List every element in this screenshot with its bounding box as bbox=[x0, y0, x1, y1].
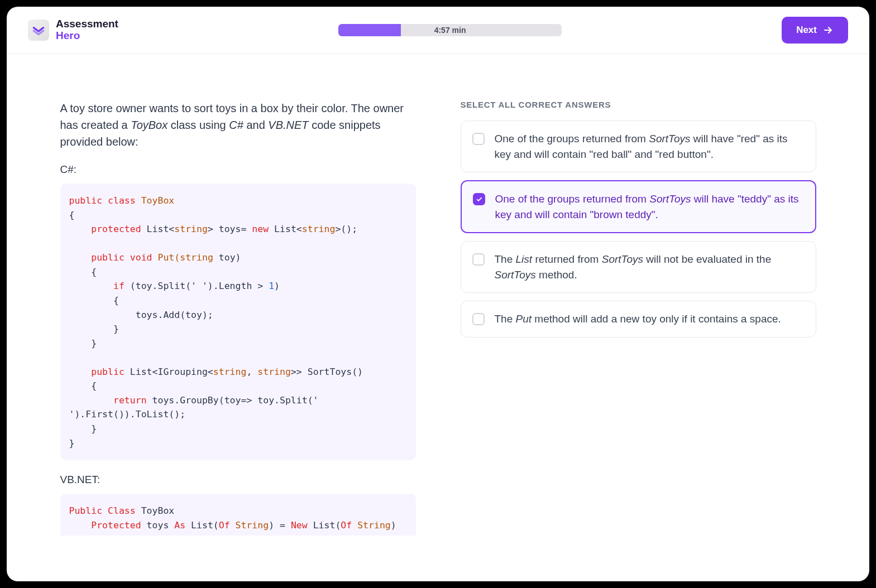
answer-option-0[interactable]: One of the groups returned from SortToys… bbox=[461, 121, 816, 172]
answer-option-1[interactable]: One of the groups returned from SortToys… bbox=[461, 180, 816, 233]
next-button-label: Next bbox=[796, 25, 817, 36]
logo-line2: Hero bbox=[56, 30, 118, 42]
answer-text: The List returned from SortToys will not… bbox=[495, 252, 805, 282]
csharp-label: C#: bbox=[60, 163, 416, 176]
answer-text: One of the groups returned from SortToys… bbox=[495, 191, 804, 222]
question-text: A toy store owner wants to sort toys in … bbox=[60, 100, 416, 150]
content: A toy store owner wants to sort toys in … bbox=[7, 54, 869, 581]
logo: Assessment Hero bbox=[28, 18, 118, 42]
answers-heading: SELECT ALL CORRECT ANSWERS bbox=[461, 100, 816, 109]
question-card: A toy store owner wants to sort toys in … bbox=[33, 76, 843, 559]
answers-panel: SELECT ALL CORRECT ANSWERS One of the gr… bbox=[461, 100, 816, 536]
vbnet-code-block: Public Class ToyBox Protected toys As Li… bbox=[60, 494, 416, 536]
timer-label: 4:57 min bbox=[434, 26, 466, 35]
progress-wrap: 4:57 min bbox=[132, 24, 768, 36]
csharp-code-block: public class ToyBox { protected List<str… bbox=[60, 184, 416, 460]
logo-icon bbox=[28, 20, 49, 41]
header: Assessment Hero 4:57 min Next bbox=[7, 7, 869, 54]
answer-option-3[interactable]: The Put method will add a new toy only i… bbox=[461, 301, 816, 338]
progress-fill bbox=[338, 24, 401, 36]
answer-text: The Put method will add a new toy only i… bbox=[495, 311, 781, 327]
question-panel: A toy store owner wants to sort toys in … bbox=[60, 100, 416, 536]
logo-text: Assessment Hero bbox=[56, 18, 118, 42]
answer-text: One of the groups returned from SortToys… bbox=[495, 131, 805, 162]
progress-bar: 4:57 min bbox=[338, 24, 562, 36]
arrow-right-icon bbox=[822, 25, 834, 36]
next-button[interactable]: Next bbox=[782, 17, 848, 44]
logo-line1: Assessment bbox=[56, 18, 118, 30]
checkbox-icon bbox=[472, 253, 485, 266]
vbnet-label: VB.NET: bbox=[60, 474, 416, 486]
checkbox-icon bbox=[472, 313, 485, 325]
checkbox-icon bbox=[472, 133, 485, 145]
checkbox-icon bbox=[473, 193, 485, 205]
answer-option-2[interactable]: The List returned from SortToys will not… bbox=[461, 241, 816, 293]
app-window: Assessment Hero 4:57 min Next A toy stor… bbox=[7, 7, 869, 581]
